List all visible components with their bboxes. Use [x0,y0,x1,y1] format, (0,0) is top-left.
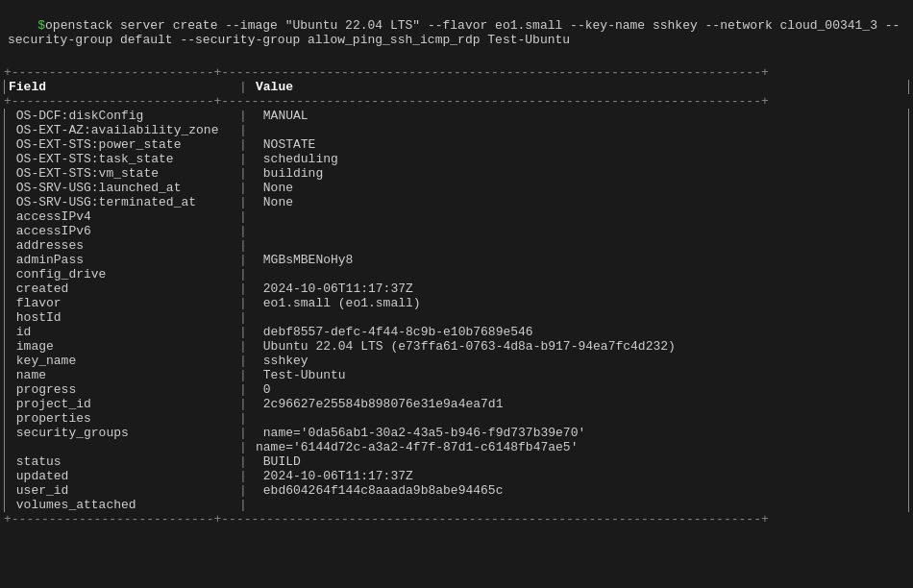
row-field: OS-EXT-STS:task_state [4,152,234,166]
table-row: adminPass | MGBsMBENoHy8 [4,253,909,267]
table-row: name | Test-Ubuntu [4,368,909,382]
row-field: volumes_attached [4,498,234,512]
mid-border: +---------------------------+-----------… [0,94,913,109]
table-row: created | 2024-10-06T11:17:37Z [4,282,909,296]
row-value: Ubuntu 22.04 LTS (e73ffa61-0763-4d8a-b91… [252,339,909,354]
table-row: status | BUILD [4,454,909,469]
row-sep: | [234,224,252,238]
row-value: 2c96627e25584b898076e31e9a4ea7d1 [252,397,909,411]
table-row: user_id | ebd604264f144c8aaada9b8abe9446… [4,483,909,498]
row-value: MGBsMBENoHy8 [252,253,909,267]
row-value: sshkey [252,354,909,368]
row-value: ebd604264f144c8aaada9b8abe94465c [252,483,909,498]
table-header: Field | Value [4,80,909,94]
row-value: debf8557-defc-4f44-8c9b-e10b7689e546 [252,325,909,339]
row-field: progress [4,382,234,397]
row-field: project_id [4,397,234,411]
row-field: config_drive [4,267,234,282]
row-field: hostId [4,310,234,325]
prompt-symbol: $ [37,18,45,33]
table-row: flavor | eo1.small (eo1.small) [4,296,909,310]
row-sep: | [234,109,252,123]
row-sep: | [234,382,252,397]
bottom-border: +---------------------------+-----------… [0,512,913,527]
row-sep: | [234,166,252,181]
table-row: addresses | [4,238,909,253]
table-row: OS-EXT-STS:power_state | NOSTATE [4,137,909,152]
table-row: OS-EXT-STS:task_state | scheduling [4,152,909,166]
row-value: name='0da56ab1-30a2-43a5-b946-f9d737b39e… [252,426,909,440]
table-row: |name='6144d72c-a3a2-4f7f-87d1-c6148fb47… [4,440,909,454]
row-sep: | [234,152,252,166]
table-container: Field | Value [0,80,913,94]
table-body: OS-DCF:diskConfig | MANUAL OS-EXT-AZ:ava… [0,109,913,512]
row-value: NOSTATE [252,137,909,152]
table-row: volumes_attached | [4,498,909,512]
row-field: image [4,339,234,354]
table-row: hostId | [4,310,909,325]
row-field: properties [4,411,234,426]
row-value [252,411,909,426]
row-value: None [252,181,909,195]
header-value: Value [252,80,909,94]
table-row: image | Ubuntu 22.04 LTS (e73ffa61-0763-… [4,339,909,354]
row-field: OS-DCF:diskConfig [4,109,234,123]
row-sep: | [234,282,252,296]
row-field: flavor [4,296,234,310]
row-sep: | [234,325,252,339]
row-field: OS-EXT-STS:power_state [4,137,234,152]
row-field: OS-EXT-AZ:availability_zone [4,123,234,137]
row-field: security_groups [4,426,234,440]
table-row: OS-DCF:diskConfig | MANUAL [4,109,909,123]
row-field: updated [4,469,234,483]
row-sep: | [234,253,252,267]
row-value [252,267,909,282]
row-value [252,310,909,325]
command-line: $openstack server create --image "Ubuntu… [0,0,913,65]
row-value [252,123,909,137]
row-sep: | [234,440,252,454]
row-sep: | [234,498,252,512]
row-sep: | [234,310,252,325]
row-value: MANUAL [252,109,909,123]
row-sep: | [234,181,252,195]
table-row: accessIPv4 | [4,209,909,224]
table-row: key_name | sshkey [4,354,909,368]
row-field: name [4,368,234,382]
row-field: key_name [4,354,234,368]
table-row: updated | 2024-10-06T11:17:37Z [4,469,909,483]
row-value: 0 [252,382,909,397]
row-value [252,498,909,512]
table-row: progress | 0 [4,382,909,397]
row-sep: | [234,238,252,253]
row-sep: | [234,339,252,354]
row-sep: | [234,454,252,469]
table-row: project_id | 2c96627e25584b898076e31e9a4… [4,397,909,411]
row-value: BUILD [252,454,909,469]
header-sep: | [234,80,252,94]
row-sep: | [234,483,252,498]
row-value: scheduling [252,152,909,166]
row-sep: | [234,411,252,426]
row-field: OS-SRV-USG:terminated_at [4,195,234,209]
table-row: accessIPv6 | [4,224,909,238]
row-sep: | [234,209,252,224]
row-field: status [4,454,234,469]
table-row: OS-SRV-USG:launched_at | None [4,181,909,195]
row-sep: | [234,397,252,411]
row-value: name='6144d72c-a3a2-4f7f-87d1-c6148fb47a… [252,440,909,454]
row-sep: | [234,195,252,209]
table-row: OS-SRV-USG:terminated_at | None [4,195,909,209]
row-field: user_id [4,483,234,498]
top-border: +---------------------------+-----------… [0,65,913,80]
table-row: security_groups | name='0da56ab1-30a2-43… [4,426,909,440]
row-sep: | [234,368,252,382]
row-value [252,238,909,253]
row-value: None [252,195,909,209]
row-field: created [4,282,234,296]
table-row: config_drive | [4,267,909,282]
row-value: 2024-10-06T11:17:37Z [252,469,909,483]
row-field [4,440,234,454]
row-field: id [4,325,234,339]
row-field: OS-SRV-USG:launched_at [4,181,234,195]
